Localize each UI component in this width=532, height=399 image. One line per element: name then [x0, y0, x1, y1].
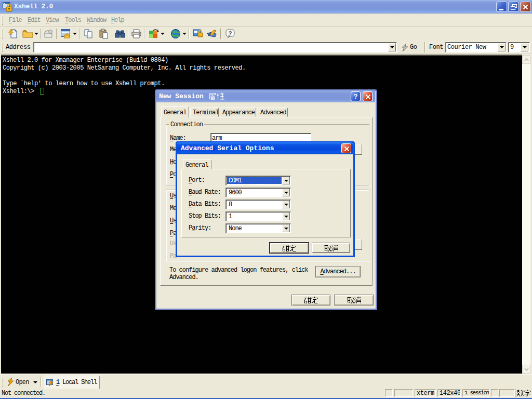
svg-text:?: ?	[229, 30, 232, 36]
